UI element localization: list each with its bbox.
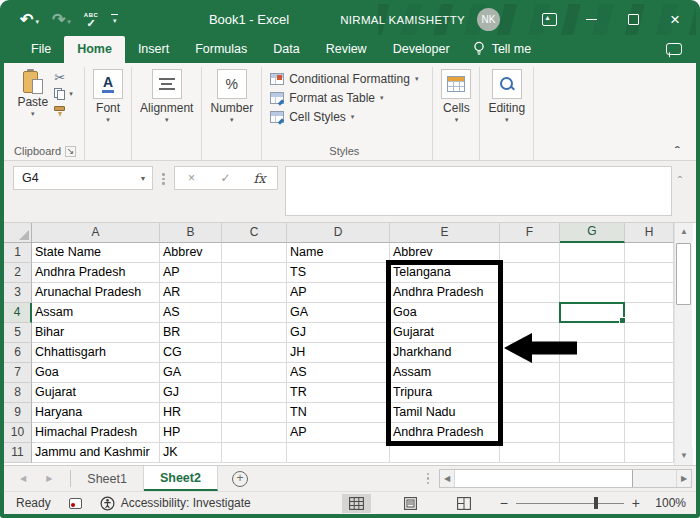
- cell-B1[interactable]: Abbrev: [160, 243, 222, 263]
- next-sheet-icon[interactable]: ▶: [46, 474, 52, 483]
- cell-E2[interactable]: Telangana: [390, 263, 500, 283]
- cell-C11[interactable]: [222, 443, 287, 463]
- cell-styles-button[interactable]: Cell Styles▾: [270, 110, 354, 124]
- tab-developer[interactable]: Developer: [380, 36, 463, 63]
- cell-D3[interactable]: AP: [287, 283, 390, 303]
- row-header-6[interactable]: 6: [4, 343, 32, 363]
- col-header-A[interactable]: A: [32, 223, 160, 243]
- col-header-D[interactable]: D: [287, 223, 390, 243]
- ribbon-display-options-button[interactable]: [528, 4, 570, 35]
- cell-B9[interactable]: HR: [160, 403, 222, 423]
- sheet-tab-sheet1[interactable]: Sheet1: [71, 466, 144, 491]
- tab-formulas[interactable]: Formulas: [182, 36, 260, 63]
- cell-G6[interactable]: [560, 343, 625, 363]
- page-layout-view-button[interactable]: [397, 494, 424, 513]
- cell-B2[interactable]: AP: [160, 263, 222, 283]
- cell-D11[interactable]: [287, 443, 390, 463]
- cell-F2[interactable]: [500, 263, 560, 283]
- row-header-8[interactable]: 8: [4, 383, 32, 403]
- cell-F8[interactable]: [500, 383, 560, 403]
- cell-C3[interactable]: [222, 283, 287, 303]
- vertical-scroll-thumb[interactable]: [676, 243, 691, 305]
- cell-C5[interactable]: [222, 323, 287, 343]
- cell-G4[interactable]: [560, 303, 625, 323]
- cell-H11[interactable]: [625, 443, 674, 463]
- row-header-7[interactable]: 7: [4, 363, 32, 383]
- col-header-E[interactable]: E: [390, 223, 500, 243]
- font-group-button[interactable]: A Font ▾: [93, 69, 123, 122]
- number-group-button[interactable]: % Number ▾: [210, 69, 253, 122]
- col-header-G[interactable]: G: [560, 223, 625, 243]
- cell-H2[interactable]: [625, 263, 674, 283]
- cell-A4[interactable]: Assam: [32, 303, 160, 323]
- cell-A7[interactable]: Goa: [32, 363, 160, 383]
- cell-C8[interactable]: [222, 383, 287, 403]
- cell-A10[interactable]: Himachal Pradesh: [32, 423, 160, 443]
- cell-H9[interactable]: [625, 403, 674, 423]
- cell-F9[interactable]: [500, 403, 560, 423]
- cell-E3[interactable]: Andhra Pradesh: [390, 283, 500, 303]
- cell-H1[interactable]: [625, 243, 674, 263]
- tab-home[interactable]: Home: [64, 36, 125, 63]
- record-macro-button[interactable]: [69, 498, 82, 509]
- prev-sheet-icon[interactable]: ◀: [20, 474, 26, 483]
- cell-H4[interactable]: [625, 303, 674, 323]
- cell-F10[interactable]: [500, 423, 560, 443]
- formula-bar-handle[interactable]: [162, 173, 165, 185]
- col-header-B[interactable]: B: [160, 223, 222, 243]
- redo-button[interactable]: ↷▾: [52, 13, 71, 27]
- sheet-tab-sheet2[interactable]: Sheet2: [144, 466, 218, 491]
- cell-E1[interactable]: Abbrev: [390, 243, 500, 263]
- cell-A11[interactable]: Jammu and Kashmir: [32, 443, 160, 463]
- clipboard-dialog-launcher[interactable]: ↘: [65, 146, 76, 157]
- copy-button[interactable]: ▾: [54, 88, 73, 100]
- insert-function-button[interactable]: fx: [243, 171, 277, 186]
- cell-C6[interactable]: [222, 343, 287, 363]
- scroll-left-icon[interactable]: ◀: [440, 470, 455, 487]
- cell-C2[interactable]: [222, 263, 287, 283]
- cell-G5[interactable]: [560, 323, 625, 343]
- scroll-down-icon[interactable]: ▼: [675, 447, 693, 465]
- cell-B4[interactable]: AS: [160, 303, 222, 323]
- zoom-slider[interactable]: [516, 503, 624, 504]
- page-break-preview-button[interactable]: [450, 494, 478, 513]
- close-button[interactable]: ×: [654, 4, 696, 35]
- paste-button[interactable]: Paste ▾: [17, 69, 48, 118]
- vertical-scrollbar[interactable]: ▲ ▼: [674, 223, 692, 465]
- tab-file[interactable]: File: [18, 36, 64, 63]
- spell-check-button[interactable]: ABC✓: [84, 12, 99, 28]
- cell-D1[interactable]: Name: [287, 243, 390, 263]
- cell-H5[interactable]: [625, 323, 674, 343]
- maximize-button[interactable]: [612, 4, 654, 35]
- row-header-10[interactable]: 10: [4, 423, 32, 443]
- cell-H6[interactable]: [625, 343, 674, 363]
- cell-F7[interactable]: [500, 363, 560, 383]
- user-name[interactable]: NIRMAL KAMISHETTY: [340, 14, 465, 26]
- cell-H10[interactable]: [625, 423, 674, 443]
- tell-me-box[interactable]: Tell me: [473, 41, 532, 63]
- cell-H8[interactable]: [625, 383, 674, 403]
- cell-H7[interactable]: [625, 363, 674, 383]
- row-header-11[interactable]: 11: [4, 443, 32, 463]
- scroll-right-icon[interactable]: ▶: [676, 470, 691, 487]
- editing-group-button[interactable]: Editing ▾: [488, 69, 525, 122]
- cell-D10[interactable]: AP: [287, 423, 390, 443]
- cell-E8[interactable]: Tripura: [390, 383, 500, 403]
- cells-group-button[interactable]: Cells ▾: [441, 69, 471, 122]
- cell-B5[interactable]: BR: [160, 323, 222, 343]
- cell-A6[interactable]: Chhattisgarh: [32, 343, 160, 363]
- cell-C10[interactable]: [222, 423, 287, 443]
- cell-F1[interactable]: [500, 243, 560, 263]
- cell-G2[interactable]: [560, 263, 625, 283]
- cancel-button[interactable]: ×: [175, 171, 209, 185]
- cut-icon[interactable]: ✂: [54, 72, 73, 84]
- format-as-table-button[interactable]: Format as Table▾: [270, 91, 383, 105]
- cell-A3[interactable]: Arunachal Pradesh: [32, 283, 160, 303]
- cell-B7[interactable]: GA: [160, 363, 222, 383]
- col-header-F[interactable]: F: [500, 223, 560, 243]
- cell-B6[interactable]: CG: [160, 343, 222, 363]
- format-painter-icon[interactable]: [54, 106, 65, 111]
- formula-input[interactable]: [285, 166, 673, 216]
- avatar[interactable]: NK: [477, 8, 500, 31]
- cell-D2[interactable]: TS: [287, 263, 390, 283]
